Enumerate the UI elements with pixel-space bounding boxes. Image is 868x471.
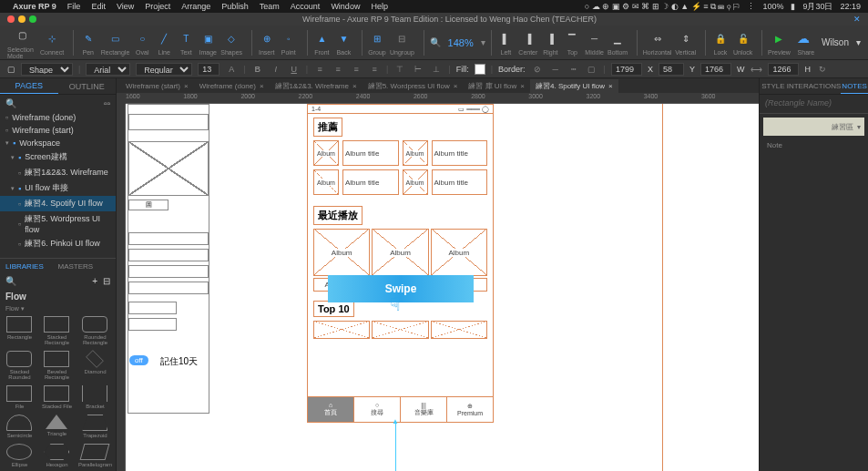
album-big[interactable] <box>372 321 428 339</box>
album-big[interactable]: Album <box>372 229 428 276</box>
interactions-tab[interactable]: INTERACTIONS <box>787 78 842 94</box>
status-icons[interactable]: ○ ☁ ⊕ ▣ ⚙ ✉ ⌘ ⊞ ☽ ◐ ▲ ⚡ ≡ ⧉ ⌨ ⚲ ⚐ <box>585 2 740 12</box>
lock-tool[interactable]: 🔒 <box>711 29 730 47</box>
lib-shape-rounded-rect[interactable]: Rounded Rectangle <box>77 314 114 347</box>
login-icon[interactable]: ✕ <box>853 15 861 24</box>
pen-tool[interactable]: ✎ <box>79 29 97 47</box>
lib-shape-triangle[interactable]: Triangle <box>39 413 75 440</box>
outline-tab[interactable]: OUTLINE <box>58 78 117 94</box>
menu-publish[interactable]: Publish <box>221 2 249 11</box>
notes-tab[interactable]: NOTES <box>841 78 868 94</box>
align-right-text-icon[interactable]: ≡ <box>368 63 381 76</box>
tree-item[interactable]: ▾▪Workspace <box>0 137 116 149</box>
lib-shape-diamond[interactable]: Diamond <box>77 349 114 382</box>
rotation-icon[interactable]: ↻ <box>816 63 829 76</box>
time[interactable]: 22:19 <box>840 2 861 11</box>
shapes-tool[interactable]: ◇ <box>222 29 240 47</box>
fill-swatch[interactable] <box>475 64 485 75</box>
menu-project[interactable]: Project <box>145 2 170 11</box>
close-window[interactable] <box>7 15 15 23</box>
flow-arrow[interactable] <box>395 423 396 471</box>
album-big[interactable]: Album <box>313 229 370 276</box>
tree-item[interactable]: ▫練習4. Spotify UI flow <box>0 196 116 211</box>
zoom-dropdown[interactable]: ▾ <box>481 37 485 47</box>
tree-item[interactable]: ▫Wireframe (start) <box>0 124 116 137</box>
h-input[interactable] <box>768 63 799 76</box>
album-big[interactable] <box>313 321 370 339</box>
align-middle[interactable]: ─ <box>586 29 604 47</box>
wifi-icon[interactable]: ⋮ <box>747 2 755 11</box>
lib-shape-semicircle[interactable]: Semicircle <box>2 413 37 440</box>
weight-select[interactable]: Regular <box>136 63 192 76</box>
vertical-guide[interactable] <box>662 104 663 471</box>
dist-h[interactable]: ⇔ <box>648 29 667 47</box>
back-tool[interactable]: ▼ <box>334 29 352 47</box>
border-style-icon[interactable]: ┅ <box>567 63 580 76</box>
libraries-tab[interactable]: LIBRARIES <box>5 262 58 271</box>
search-icon[interactable]: 🔍 <box>5 98 16 108</box>
nav-premium[interactable]: ⊕Premium <box>447 397 493 422</box>
dist-v[interactable]: ⇕ <box>677 29 695 47</box>
lib-subtitle[interactable]: Flow ▾ <box>0 305 116 312</box>
rectangle-tool[interactable]: ▭ <box>107 29 125 47</box>
lib-search-icon[interactable]: 🔍 <box>5 276 16 286</box>
tab[interactable]: Wireframe (done)× <box>194 80 270 92</box>
note-area[interactable]: 練習區▾ <box>763 118 864 136</box>
menu-edit[interactable]: Edit <box>91 2 106 11</box>
border-sides-icon[interactable]: ▢ <box>586 63 598 76</box>
line-tool[interactable]: ╱ <box>155 29 173 47</box>
artboard-spotify[interactable]: 1-4▭ ═══ ◯ 推薦 Album Album title Album Al… <box>307 104 494 423</box>
oval-tool[interactable]: ○ <box>133 29 151 47</box>
off-toggle[interactable]: off <box>129 355 148 365</box>
swipe-tooltip[interactable]: Swipe <box>328 275 474 302</box>
shape-dropdown-icon[interactable]: ▢ <box>7 65 15 74</box>
lib-shape-stacked-file[interactable]: Stacked File <box>39 384 75 411</box>
align-center-text-icon[interactable]: ≡ <box>350 63 363 76</box>
tab[interactable]: 練習4. Spotify UI flow× <box>530 79 618 93</box>
x-input[interactable] <box>611 63 642 76</box>
zoom-search-icon[interactable]: 🔍 <box>430 37 441 47</box>
tree-item[interactable]: ▾▪UI flow 串接 <box>0 180 116 196</box>
link-wh-icon[interactable]: ⟷ <box>750 63 762 76</box>
lib-shape-beveled[interactable]: Beveled Rectangle <box>39 349 75 382</box>
pages-tab[interactable]: PAGES <box>0 78 58 94</box>
font-select[interactable]: Arial <box>86 63 130 76</box>
text-tool[interactable]: T <box>177 29 195 47</box>
widget-name[interactable]: (Rectangle Name) <box>760 95 868 111</box>
menu-file[interactable]: File <box>67 2 81 11</box>
align-bottom[interactable]: ▁ <box>608 29 627 47</box>
shape-type-select[interactable]: Shape <box>21 63 73 76</box>
tree-item[interactable]: ▫練習1&2&3. Wireframe <box>0 165 116 180</box>
tree-item[interactable]: ▫Wireframe (done) <box>0 111 116 124</box>
align-right[interactable]: ▐ <box>541 29 559 47</box>
underline-icon[interactable]: U <box>288 63 301 76</box>
menu-help[interactable]: Help <box>371 2 388 11</box>
image-tool[interactable]: ▣ <box>199 29 217 47</box>
border-none-icon[interactable]: ⊘ <box>531 63 544 76</box>
front-tool[interactable]: ▲ <box>312 29 331 47</box>
lib-shape-parallelogram[interactable]: Parallelogram <box>77 442 114 469</box>
menu-window[interactable]: Window <box>331 2 360 11</box>
lib-add-icon[interactable]: + <box>92 276 97 286</box>
tab[interactable]: 練習1&2&3. Wireframe× <box>270 79 363 93</box>
tree-item[interactable]: ▾▪Screen建構 <box>0 149 116 165</box>
valign-bot-icon[interactable]: ⊥ <box>430 63 443 76</box>
album-card[interactable]: Album <box>403 169 428 195</box>
album-big[interactable]: Album <box>431 229 487 276</box>
lib-shape-rectangle[interactable]: Rectangle <box>2 314 37 347</box>
menu-view[interactable]: View <box>117 2 134 11</box>
zoom-level[interactable]: 148% <box>448 37 474 48</box>
album-card[interactable]: Album <box>403 140 428 166</box>
album-card[interactable]: Album <box>313 140 339 166</box>
font-size-input[interactable] <box>198 63 220 76</box>
share-button[interactable]: ☁ <box>794 29 812 47</box>
w-input[interactable] <box>700 63 731 76</box>
date[interactable]: 9月30日 <box>802 1 832 13</box>
tree-item[interactable]: ▫練習6. Pinkoi UI flow <box>0 236 116 251</box>
align-top[interactable]: ▔ <box>563 29 581 47</box>
connect-tool[interactable]: ⊹ <box>43 29 61 47</box>
note-field[interactable]: Note <box>763 139 864 152</box>
font-color-icon[interactable]: A <box>225 63 238 76</box>
lib-shape-hexagon[interactable]: Hexagon <box>39 442 75 469</box>
bold-icon[interactable]: B <box>251 63 264 76</box>
